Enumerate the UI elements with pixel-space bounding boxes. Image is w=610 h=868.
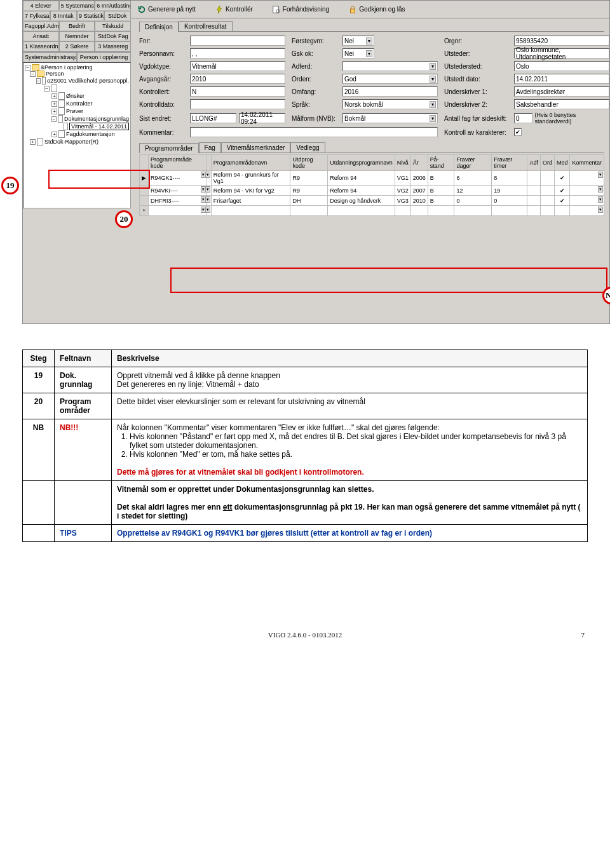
menu-stddok[interactable]: StdDok [104,11,132,20]
grid-cell[interactable] [527,206,541,216]
grid-cell[interactable]: R94VKI---- [149,186,207,196]
menu-klasseordning[interactable]: 1 Klasseordning [23,41,59,51]
minus-icon[interactable]: − [25,65,30,71]
grid-cell[interactable]: B [428,196,454,206]
grid-cell[interactable] [540,171,554,186]
grid-cell[interactable] [328,206,395,216]
tree-person[interactable]: Person [46,71,64,77]
plus-icon[interactable]: + [51,93,57,99]
minus-icon[interactable]: − [51,116,57,122]
plus-icon[interactable]: + [51,101,57,107]
tree-onsker[interactable]: Ønsker [66,93,85,99]
grid-cell[interactable]: 2010 [410,196,428,206]
grid-cell[interactable] [211,206,290,216]
menu-sysadmin[interactable]: Systemadministrasjon [23,52,77,62]
grid-cell[interactable] [207,186,211,196]
table-row[interactable]: ▶R94GK1----Reform 94 - grunnkurs for Vg1… [140,171,604,186]
tree-o2s[interactable]: o2S001 Vedlikehold personoppl. [47,78,129,84]
menu-ansatt[interactable]: Ansatt [23,31,59,41]
table-row[interactable]: * [140,206,604,216]
tree-prover[interactable]: Prøver [66,108,83,114]
fld-utsteder[interactable]: Oslo kommune, Utdanningsetaten [514,48,609,58]
grid-cell[interactable] [428,206,454,216]
menu-systemansvar[interactable]: 5 Systemansvar [59,1,95,10]
grid-cell[interactable]: ✔ [554,196,570,206]
grid-cell[interactable] [207,171,211,186]
grid-cell[interactable] [140,196,149,206]
grid-cell[interactable]: R94GK1---- [149,171,207,186]
grid-cell[interactable]: B [428,186,454,196]
grid-cell[interactable]: Reform 94 - VKI for Vg2 [211,186,290,196]
minus-icon[interactable]: − [30,71,36,77]
grid-cell[interactable]: 6 [454,171,492,186]
fld-personnavn[interactable]: , , [190,48,285,58]
tree-fagdok[interactable]: Fagdokumentasjon [66,131,115,137]
grid-cell[interactable]: ✔ [554,186,570,196]
tree-vitnemal-selected[interactable]: Vitnemål - 14.02.2011 [69,123,129,130]
grid-cell[interactable]: Reform 94 [328,186,395,196]
tree-kontrakter[interactable]: Kontrakter [66,100,93,107]
grid-cell[interactable]: VG3 [395,196,410,206]
subtab-fag[interactable]: Fag [199,142,221,153]
grid-cell[interactable]: Design og håndverk [328,196,395,206]
grid-cell[interactable]: 2006 [410,171,428,186]
fld-underskriver1[interactable]: Avdelingsdirektør [514,86,609,97]
grid-cell[interactable] [570,206,604,216]
grid-cell[interactable]: VG2 [395,186,410,196]
toolbar-godkjenn[interactable]: Godkjenn og lås [348,5,405,14]
fld-kommentar[interactable] [190,127,438,137]
sel-forstegvm[interactable]: Nei [342,36,374,46]
menu-fagoppladm[interactable]: Fagoppl.Adm [23,21,59,31]
toolbar-kontroller[interactable]: Kontrollér [215,5,253,14]
grid-cell[interactable] [207,206,211,216]
sel-gsk[interactable]: Nei [342,48,374,58]
subtab-vedlegg[interactable]: Vedlegg [290,142,325,153]
grid-cell[interactable]: R9 [290,171,328,186]
tab-kontrollresultat[interactable]: Kontrollresultat [179,21,233,31]
grid-cell[interactable]: 2007 [410,186,428,196]
menu-massereg[interactable]: 3 Massereg [95,41,131,51]
fld-fnr[interactable] [190,36,285,46]
table-row[interactable]: DHFRI3----FrisørfagetDHDesign og håndver… [140,196,604,206]
grid-cell[interactable]: Reform 94 - grunnkurs for Vg1 [211,171,290,186]
grid-cell[interactable] [290,206,328,216]
menu-stddokfag[interactable]: StdDok Fag [95,31,131,41]
menu-inntak[interactable]: 8 Inntak [50,11,78,20]
grid-cell[interactable]: DH [290,196,328,206]
grid-cell[interactable] [540,206,554,216]
tree-dokgrunn[interactable]: Dokumentasjonsgrunnlag [64,116,129,122]
fld-utstedtdato[interactable]: 14.02.2011 [514,74,609,84]
menu-nemnder[interactable]: Nemnder [59,31,95,41]
grid-cell[interactable] [570,171,604,186]
plus-icon[interactable]: + [51,109,57,114]
fld-utstedersted[interactable]: Oslo [514,61,609,71]
grid-cell[interactable] [149,206,207,216]
grid-cell[interactable] [454,206,492,216]
plus-icon[interactable]: + [30,139,36,145]
fld-underskriver2[interactable]: Saksbehandler [514,99,609,109]
menu-elever[interactable]: 4 Elever [23,1,59,10]
tab-definisjon[interactable]: Definisjon [139,22,179,32]
subtab-programomrader[interactable]: Programområder [139,143,199,153]
grid-cell[interactable] [540,196,554,206]
fld-orgnr[interactable]: 958935420 [514,36,609,46]
program-grid[interactable]: Programområde kodeProgramområdenavnUtdpr… [139,154,604,216]
grid-cell[interactable] [570,196,604,206]
grid-cell[interactable]: VG1 [395,171,410,186]
chk-kontrollkar[interactable]: ✔ [514,128,522,136]
sel-malform[interactable]: Bokmål [342,113,438,123]
sel-adferd[interactable] [342,61,438,71]
grid-cell[interactable] [554,206,570,216]
grid-cell[interactable] [570,186,604,196]
toolbar-forhandsvisning[interactable]: Forhåndsvisning [272,5,329,14]
grid-cell[interactable]: R9 [290,186,328,196]
grid-cell[interactable] [527,171,541,186]
grid-cell[interactable]: 0 [454,196,492,206]
grid-cell[interactable]: ✔ [554,171,570,186]
tree-root[interactable]: &Person i opplæring [41,64,93,71]
grid-cell[interactable]: Reform 94 [328,171,395,186]
grid-cell[interactable]: 12 [454,186,492,196]
grid-cell[interactable] [207,196,211,206]
grid-cell[interactable] [527,186,541,196]
grid-cell[interactable] [395,206,410,216]
